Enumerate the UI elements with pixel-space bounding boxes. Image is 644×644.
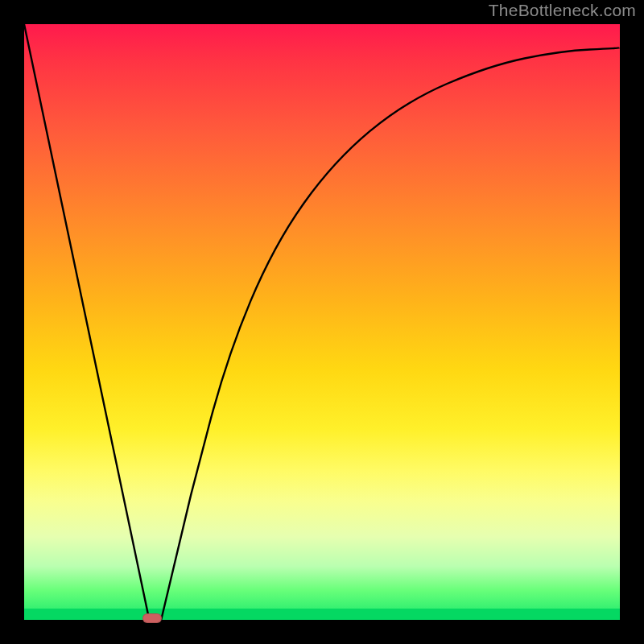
bottleneck-curve-path	[24, 24, 620, 620]
watermark-text: TheBottleneck.com	[489, 1, 636, 20]
bottleneck-curve-svg	[24, 24, 620, 620]
chart-stage: TheBottleneck.com	[0, 0, 644, 644]
optimal-marker	[142, 613, 162, 623]
